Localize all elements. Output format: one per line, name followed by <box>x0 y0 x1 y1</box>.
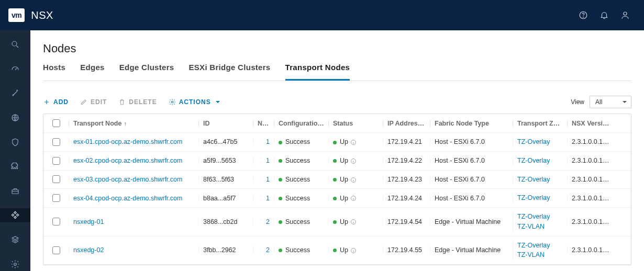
sort-asc-icon: ↑ <box>124 120 127 127</box>
nvds-link[interactable]: 1 <box>266 138 270 145</box>
table-row: esx-03.cpod-ocp.az-demo.shwrfr.com8f63..… <box>43 171 631 189</box>
node-link[interactable]: esx-01.cpod-ocp.az-demo.shwrfr.com <box>73 138 182 145</box>
col-conf[interactable]: Configuration Stat <box>274 120 328 127</box>
view-select[interactable]: All <box>590 96 631 108</box>
tab-edges[interactable]: Edges <box>80 63 105 81</box>
sidebar <box>0 30 30 271</box>
tz-link[interactable]: TZ-VLAN <box>517 250 563 260</box>
sidebar-network-icon[interactable] <box>0 111 30 125</box>
cell-conf: Success <box>274 138 328 145</box>
status-dot-icon <box>279 159 282 163</box>
col-status[interactable]: Status <box>328 120 383 127</box>
checkbox-row[interactable] <box>52 194 60 202</box>
cell-status: Up <box>328 246 383 254</box>
tab-hosts[interactable]: Hosts <box>43 63 65 81</box>
add-label: ADD <box>53 98 69 106</box>
col-tz[interactable]: Transport Zones <box>513 120 567 127</box>
add-button[interactable]: ADD <box>43 98 69 106</box>
sidebar-wand-icon[interactable] <box>0 86 30 100</box>
sidebar-toolbox-icon[interactable] <box>0 184 30 198</box>
checkbox-row[interactable] <box>52 175 60 183</box>
help-icon[interactable] <box>573 5 594 26</box>
col-nvds[interactable]: N-VDS <box>253 120 274 127</box>
table-row: nsxedg-023fbb...29622SuccessUp172.19.4.5… <box>43 236 631 265</box>
col-name[interactable]: Transport Node↑ <box>69 120 198 127</box>
edit-button[interactable]: EDIT <box>80 98 107 106</box>
cell-type: Host - ESXi 6.7.0 <box>430 138 513 145</box>
info-icon[interactable] <box>350 219 357 225</box>
sidebar-stack-icon[interactable] <box>0 233 30 247</box>
tz-link[interactable]: TZ-Overlay <box>517 241 563 251</box>
brand-title: NSX <box>31 9 53 21</box>
tab-esxi-bridge-clusters[interactable]: ESXi Bridge Clusters <box>188 63 270 81</box>
status-dot-icon <box>279 141 282 144</box>
delete-label: DELETE <box>129 98 157 106</box>
tz-link[interactable]: TZ-Overlay <box>517 212 563 222</box>
cell-tz: TZ-Overlay <box>513 175 567 185</box>
checkbox-row[interactable] <box>52 246 60 254</box>
col-ips[interactable]: IP Addresses <box>383 120 430 127</box>
status-dot-icon <box>333 178 337 182</box>
sidebar-gear-icon[interactable] <box>0 257 30 271</box>
bell-icon[interactable] <box>594 5 615 26</box>
svg-rect-5 <box>12 190 18 194</box>
sidebar-dashboard-icon[interactable] <box>0 62 30 76</box>
sidebar-search-icon[interactable] <box>0 38 30 52</box>
sidebar-plugin-icon[interactable] <box>0 160 30 174</box>
cell-type: Edge - Virtual Machine <box>430 218 513 225</box>
cell-tz: TZ-OverlayTZ-VLAN <box>513 212 567 232</box>
checkbox-row[interactable] <box>52 218 60 225</box>
col-ver[interactable]: NSX Version <box>567 120 614 127</box>
sidebar-shield-icon[interactable] <box>0 135 30 149</box>
cell-ips: 172.19.4.54 <box>383 218 430 225</box>
table-row: esx-01.cpod-ocp.az-demo.shwrfr.coma4c6..… <box>43 133 631 152</box>
nvds-link[interactable]: 1 <box>266 195 270 202</box>
info-icon[interactable] <box>350 195 357 201</box>
svg-point-1 <box>583 17 584 17</box>
info-icon[interactable] <box>350 158 357 164</box>
node-link[interactable]: esx-04.cpod-ocp.az-demo.shwrfr.com <box>73 195 182 202</box>
tz-link[interactable]: TZ-VLAN <box>517 222 563 232</box>
node-link[interactable]: nsxedg-02 <box>73 246 104 254</box>
node-link[interactable]: esx-02.cpod-ocp.az-demo.shwrfr.com <box>73 157 182 164</box>
checkbox-all[interactable] <box>52 119 60 127</box>
content: Nodes HostsEdgesEdge ClustersESXi Bridge… <box>30 30 644 271</box>
nvds-link[interactable]: 2 <box>266 246 270 254</box>
col-type[interactable]: Fabric Node Type <box>430 120 513 127</box>
tab-edge-clusters[interactable]: Edge Clusters <box>119 63 174 81</box>
checkbox-row[interactable] <box>52 157 60 165</box>
cell-tz: TZ-OverlayTZ-VLAN <box>513 241 567 261</box>
actions-button[interactable]: ACTIONS <box>169 98 220 106</box>
tz-link[interactable]: TZ-Overlay <box>517 193 563 203</box>
svg-point-3 <box>12 41 17 46</box>
cell-id: 3868...cb2d <box>198 218 253 225</box>
checkbox-row[interactable] <box>52 138 60 146</box>
table: Transport Node↑ ID N-VDS Configuration S… <box>43 114 631 265</box>
tz-link[interactable]: TZ-Overlay <box>517 175 563 185</box>
delete-button[interactable]: DELETE <box>118 98 157 106</box>
tz-link[interactable]: TZ-Overlay <box>517 137 563 147</box>
nvds-link[interactable]: 1 <box>266 176 270 183</box>
node-link[interactable]: nsxedg-01 <box>73 218 104 225</box>
nvds-link[interactable]: 1 <box>266 157 270 164</box>
tab-transport-nodes[interactable]: Transport Nodes <box>285 63 350 81</box>
sidebar-fabric-icon[interactable] <box>0 208 30 222</box>
info-icon[interactable] <box>350 177 357 183</box>
svg-point-7 <box>171 101 173 103</box>
cell-status: Up <box>328 138 383 145</box>
status-dot-icon <box>333 197 337 200</box>
node-link[interactable]: esx-03.cpod-ocp.az-demo.shwrfr.com <box>73 176 182 183</box>
cell-id: a4c6...47b5 <box>198 138 253 145</box>
info-icon[interactable] <box>350 139 357 145</box>
cell-ips: 172.19.4.24 <box>383 195 430 202</box>
cell-conf: Success <box>274 218 328 225</box>
tz-link[interactable]: TZ-Overlay <box>517 156 563 166</box>
user-icon[interactable] <box>615 5 636 26</box>
col-id[interactable]: ID <box>198 120 253 127</box>
edit-label: EDIT <box>91 98 107 106</box>
info-icon[interactable] <box>350 247 357 254</box>
tabs: HostsEdgesEdge ClustersESXi Bridge Clust… <box>43 63 631 81</box>
cell-tz: TZ-Overlay <box>513 193 567 203</box>
cell-ips: 172.19.4.21 <box>383 138 430 145</box>
nvds-link[interactable]: 2 <box>266 218 270 225</box>
